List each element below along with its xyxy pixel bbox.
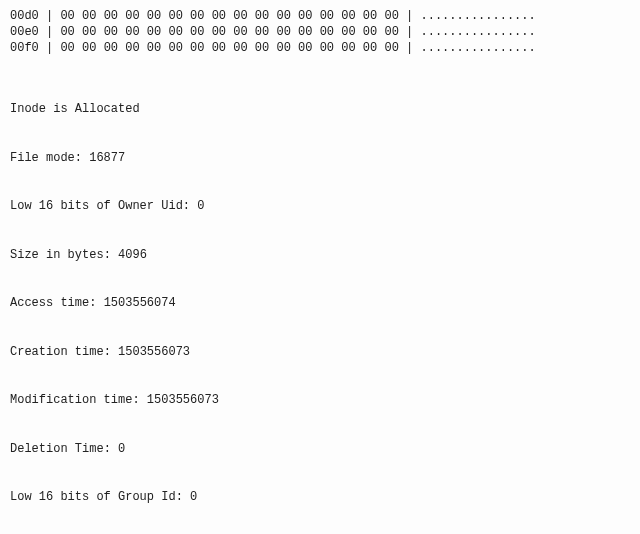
hex-row: 00f0 | 00 00 00 00 00 00 00 00 00 00 00 … <box>10 40 630 56</box>
inode-field: Deletion Time: 0 <box>10 441 630 457</box>
inode-field: Size in bytes: 4096 <box>10 247 630 263</box>
inode-field: Modification time: 1503556073 <box>10 392 630 408</box>
inode-field: Low 16 bits of Group Id: 0 <box>10 489 630 505</box>
inode-allocated-label: Inode is Allocated <box>10 101 630 117</box>
hex-row: 00e0 | 00 00 00 00 00 00 00 00 00 00 00 … <box>10 24 630 40</box>
inode-field: File mode: 16877 <box>10 150 630 166</box>
hex-dump: 00d0 | 00 00 00 00 00 00 00 00 00 00 00 … <box>10 8 630 57</box>
inode-field: Low 16 bits of Owner Uid: 0 <box>10 198 630 214</box>
hex-row: 00d0 | 00 00 00 00 00 00 00 00 00 00 00 … <box>10 8 630 24</box>
inode-field: Creation time: 1503556073 <box>10 344 630 360</box>
inode-field: Access time: 1503556074 <box>10 295 630 311</box>
inode-info-block: Inode is Allocated File mode: 16877 Low … <box>10 69 630 534</box>
